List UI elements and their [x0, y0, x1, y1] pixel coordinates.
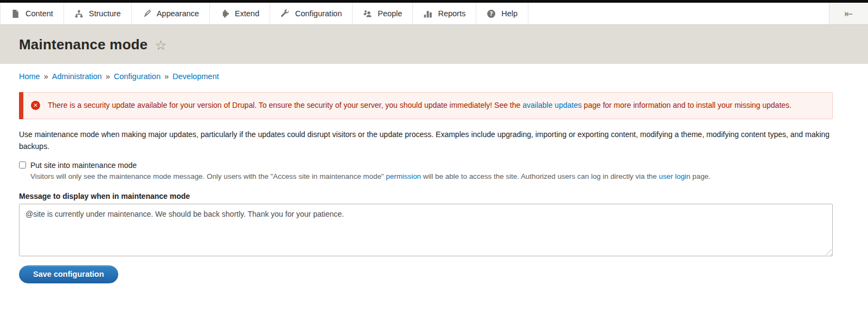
toolbar-collapse-icon: ⇤: [845, 9, 853, 19]
maintenance-mode-intro: Use maintenance mode when making major u…: [19, 129, 833, 153]
toolbar-tab-content[interactable]: Content: [0, 3, 64, 24]
toolbar-tab-label: People: [378, 9, 402, 18]
wrench-icon: [280, 9, 290, 18]
sitemap-icon: [74, 9, 84, 18]
main-content: Home»Administration»Configuration»Develo…: [0, 72, 868, 283]
user-login-link[interactable]: user login: [659, 172, 690, 180]
maintenance-message-field: @site is currently under maintenance. We…: [19, 204, 833, 256]
breadcrumb-link-home[interactable]: Home: [19, 72, 40, 81]
maintenance-message-textarea[interactable]: @site is currently under maintenance. We…: [19, 204, 833, 256]
svg-text:?: ?: [490, 10, 493, 17]
maintenance-mode-checkbox-label[interactable]: Put site into maintenance mode: [30, 161, 137, 170]
help-icon: ?: [487, 9, 496, 18]
toolbar-tab-label: Reports: [438, 9, 465, 18]
page-header: Maintenance mode ☆: [0, 25, 868, 64]
paintbrush-icon: [142, 9, 151, 18]
admin-toolbar: Content Structure Appearance Extend Conf: [0, 3, 868, 25]
error-icon: ✕: [31, 101, 40, 110]
maintenance-mode-checkbox-row: Put site into maintenance mode: [19, 161, 833, 170]
toolbar-tab-label: Content: [25, 9, 53, 18]
breadcrumb-separator: »: [44, 72, 48, 81]
permission-link[interactable]: permission: [386, 172, 421, 180]
breadcrumb-link-administration[interactable]: Administration: [52, 72, 102, 81]
toolbar-tab-appearance[interactable]: Appearance: [132, 3, 210, 24]
people-icon: [363, 9, 372, 18]
breadcrumb-separator: »: [106, 72, 110, 81]
toolbar-tab-label: Structure: [89, 9, 121, 18]
toolbar-tab-people[interactable]: People: [353, 3, 413, 24]
maintenance-mode-description: Visitors will only see the maintenance m…: [19, 172, 833, 180]
puzzle-icon: [220, 9, 229, 18]
toolbar-tab-label: Help: [501, 9, 518, 18]
error-message: ✕ There is a security update available f…: [23, 92, 833, 119]
maintenance-message-label: Message to display when in maintenance m…: [19, 192, 833, 200]
toolbar-tab-label: Configuration: [295, 9, 342, 18]
toolbar-tab-label: Extend: [235, 9, 259, 18]
toolbar-tab-label: Appearance: [157, 9, 199, 18]
save-configuration-button[interactable]: Save configuration: [19, 265, 118, 283]
toolbar-collapse-button[interactable]: ⇤: [829, 3, 868, 24]
error-text: There is a security update available for…: [48, 101, 792, 109]
error-left-bar: [19, 92, 23, 119]
toolbar-tab-structure[interactable]: Structure: [64, 3, 132, 24]
breadcrumb-separator: »: [164, 72, 169, 81]
toolbar-tab-reports[interactable]: Reports: [413, 3, 476, 24]
admin-toolbar-tabs: Content Structure Appearance Extend Conf: [0, 3, 528, 24]
breadcrumb-link-configuration[interactable]: Configuration: [114, 72, 161, 81]
breadcrumb: Home»Administration»Configuration»Develo…: [19, 72, 833, 81]
toolbar-tab-extend[interactable]: Extend: [210, 3, 270, 24]
maintenance-mode-checkbox[interactable]: [19, 161, 26, 169]
toolbar-tab-configuration[interactable]: Configuration: [270, 3, 353, 24]
breadcrumb-link-development[interactable]: Development: [173, 72, 219, 81]
bar-chart-icon: [423, 9, 432, 18]
available-updates-link[interactable]: available updates: [522, 101, 582, 109]
file-icon: [11, 9, 20, 18]
shortcut-star-icon[interactable]: ☆: [155, 38, 167, 52]
toolbar-tab-help[interactable]: ? Help: [476, 3, 528, 24]
toolbar-empty-space: [528, 3, 868, 24]
page-title: Maintenance mode: [19, 36, 148, 53]
